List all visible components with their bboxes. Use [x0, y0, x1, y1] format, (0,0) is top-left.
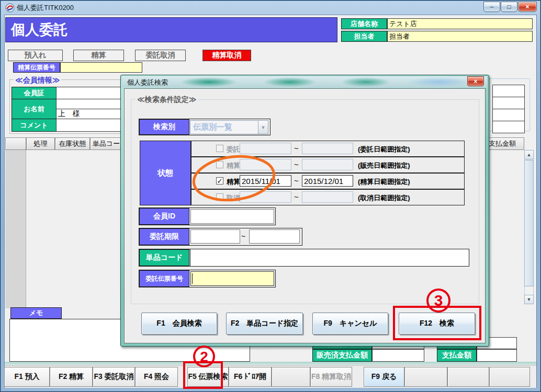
settle-slip-label: 精算伝票番号 — [13, 62, 60, 73]
status-consigning-to-field — [302, 143, 353, 154]
main-window: 個人委託TITK0200 – □ × 個人委託 店舗名称 テスト店 担当者 担当… — [0, 0, 541, 392]
close-icon: × — [525, 3, 529, 10]
member-name-field-2[interactable]: 上 様 — [56, 109, 121, 119]
member-info-title: ≪会員情報≫ — [14, 76, 61, 85]
maximize-icon: □ — [507, 3, 511, 10]
status-settled-to-field[interactable]: 2015/12/01 — [302, 175, 353, 187]
window-title: 個人委託TITK0200 — [17, 3, 74, 13]
status-cancelled-label: 取消 — [227, 193, 240, 203]
store-name-label: 店舗名称 — [341, 18, 387, 29]
status-cancelled-to-field — [302, 191, 353, 203]
search-condition-title: ≪検索条件設定≫ — [135, 95, 198, 105]
status-settled-checkbox[interactable]: ✓ — [216, 177, 223, 185]
staff-field[interactable]: 担当者 — [387, 31, 533, 42]
scroll-up-icon: ▲ — [527, 152, 532, 157]
fn-f8-cancel-settle-button: F8 精算取消 — [310, 367, 352, 387]
slip-no-input[interactable] — [190, 271, 274, 286]
status-settled-from-field[interactable]: 2015/11/01 — [240, 175, 291, 187]
table-header-blank — [5, 137, 26, 150]
fn-f6-drawer-open-button[interactable]: F6 ﾄﾞﾛｱ開 — [229, 367, 272, 387]
dialog-f1-member-search-button[interactable]: F1 会員検索 — [141, 313, 217, 335]
check-icon: ✓ — [217, 178, 223, 185]
tilde-separator: ~ — [294, 192, 299, 201]
minimize-icon: – — [490, 3, 494, 10]
right-panel-field — [492, 97, 525, 109]
cancel-consign-button[interactable]: 委託取消 — [135, 50, 186, 61]
member-id-label: 会員ID — [139, 208, 189, 225]
tilde-separator: ~ — [241, 232, 245, 240]
page-title: 個人委託 — [5, 17, 337, 42]
fn-f2-settle-button[interactable]: F2 精算 — [50, 367, 93, 387]
right-panel-field — [492, 85, 525, 97]
fn-empty-slot — [272, 367, 310, 387]
fn-f3-cancel-consign-button[interactable]: F3 委託取消 — [93, 367, 135, 387]
dialog-close-icon: × — [474, 78, 477, 85]
chevron-down-icon: ▼ — [258, 121, 268, 134]
sale-date-range-label: (販売日範囲指定) — [358, 161, 410, 170]
table-header-item-code: 単品コー — [90, 137, 122, 150]
period-to-input[interactable] — [249, 229, 300, 244]
maximize-button[interactable]: □ — [501, 2, 517, 12]
settle-button[interactable]: 精算 — [73, 50, 124, 61]
member-comment-label: コメント — [12, 119, 57, 132]
member-card-field[interactable] — [56, 87, 121, 99]
status-cancelled-checkbox — [216, 193, 223, 201]
slip-no-label: 委託伝票番号 — [139, 270, 189, 287]
member-id-input[interactable] — [190, 209, 274, 224]
member-name-field-1[interactable] — [56, 99, 121, 109]
dialog-f12-search-button[interactable]: F12 検索 — [399, 313, 475, 335]
settle-slip-field[interactable] — [60, 62, 142, 73]
sold-payment-field — [372, 349, 424, 362]
minimize-button[interactable]: – — [483, 2, 500, 12]
fn-f1-deposit-button[interactable]: F1 預入 — [4, 367, 50, 387]
search-type-label: 検索別 — [139, 119, 189, 135]
text-caret — [192, 273, 193, 284]
period-from-input[interactable] — [190, 229, 240, 244]
status-awaiting-checkbox — [216, 161, 223, 168]
store-name-field[interactable]: テスト店 — [387, 18, 533, 29]
search-dialog-title: 個人委託検索 — [127, 78, 168, 87]
item-code-label: 単品コード — [139, 249, 189, 266]
scroll-up-button[interactable]: ▲ — [524, 150, 534, 159]
search-type-combobox: 伝票別一覧 ▼ — [190, 120, 268, 134]
member-comment-field[interactable] — [56, 119, 121, 132]
search-type-value: 伝票別一覧 — [190, 122, 258, 132]
right-panel-field — [492, 121, 525, 133]
fn-empty-slot — [489, 367, 530, 387]
fn-empty-slot — [447, 367, 489, 387]
scrollbar-thumb[interactable] — [524, 160, 534, 286]
dialog-close-button[interactable]: × — [467, 76, 484, 86]
staff-label: 担当者 — [341, 31, 387, 42]
period-label: 委託期限 — [139, 228, 189, 245]
payment-label: 支払金額 — [437, 349, 477, 362]
close-button[interactable]: × — [518, 2, 537, 12]
status-consigning-checkbox — [216, 145, 223, 152]
settle-date-range-label: (精算日範囲指定) — [358, 177, 410, 187]
fn-empty-slot — [404, 367, 447, 387]
dialog-f9-cancel-button[interactable]: F9 キャンセル — [312, 313, 388, 335]
scroll-down-icon: ▼ — [527, 297, 532, 302]
item-code-input[interactable] — [190, 249, 469, 266]
fn-f9-back-button[interactable]: F9 戻る — [364, 367, 404, 387]
dialog-f2-item-code-button[interactable]: F2 単品コード指定 — [226, 313, 303, 335]
status-cancelled-from-field — [240, 191, 291, 203]
right-panel-field — [492, 109, 525, 121]
table-row-header-column — [5, 150, 26, 308]
table-header-stock: 在庫状態 — [55, 137, 90, 150]
status-label: 状態 — [140, 141, 191, 205]
status-consigning-from-field — [240, 143, 291, 154]
consign-date-range-label: (委託日範囲指定) — [358, 145, 410, 154]
tilde-separator: ~ — [294, 176, 299, 185]
sold-payment-label: 販売済支払金額 — [312, 349, 372, 362]
search-dialog-titlebar[interactable] — [122, 76, 487, 88]
status-awaiting-from-field — [240, 159, 291, 170]
scroll-down-button[interactable]: ▼ — [524, 295, 534, 304]
member-name-label: お名前 — [12, 99, 57, 119]
cancel-settle-button[interactable]: 精算取消 — [202, 50, 251, 61]
fn-f5-slip-search-button[interactable]: F5 伝票検索 — [187, 367, 229, 387]
deposit-button[interactable]: 預入れ — [8, 50, 63, 61]
tilde-separator: ~ — [294, 144, 299, 153]
memo-label: メモ — [10, 307, 62, 319]
fn-f4-inquiry-button[interactable]: F4 照会 — [135, 367, 178, 387]
tilde-separator: ~ — [294, 160, 299, 169]
